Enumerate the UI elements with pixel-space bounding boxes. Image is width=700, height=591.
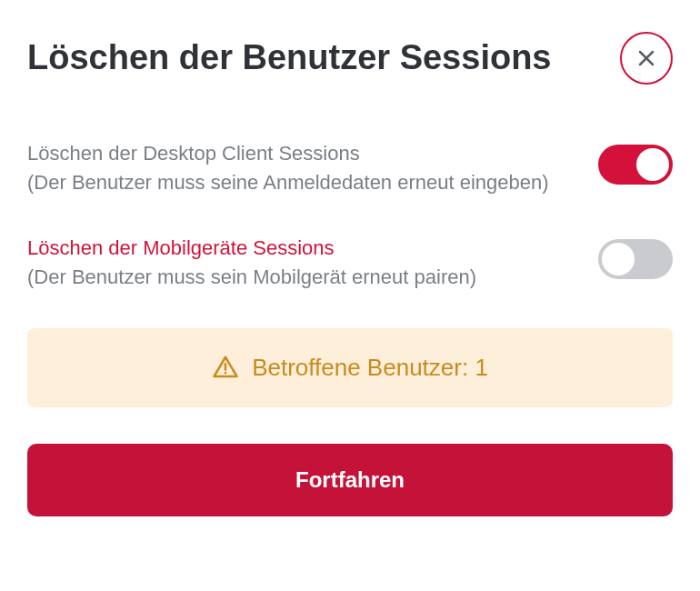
dialog-header: Löschen der Benutzer Sessions xyxy=(27,32,673,85)
warning-icon xyxy=(212,354,239,381)
option-label: Löschen der Mobilgeräte Sessions xyxy=(27,236,335,259)
affected-users-banner: Betroffene Benutzer: 1 xyxy=(27,328,673,407)
toggle-knob xyxy=(636,148,669,181)
continue-button[interactable]: Fortfahren xyxy=(27,444,673,516)
option-text: Löschen der Mobilgeräte Sessions (Der Be… xyxy=(27,234,580,292)
close-button[interactable] xyxy=(620,32,673,85)
option-desktop-sessions: Löschen der Desktop Client Sessions (Der… xyxy=(27,139,673,197)
close-icon xyxy=(635,47,657,69)
option-mobile-sessions: Löschen der Mobilgeräte Sessions (Der Be… xyxy=(27,234,673,292)
toggle-desktop-sessions[interactable] xyxy=(598,145,673,185)
affected-users-text: Betroffene Benutzer: 1 xyxy=(252,354,488,382)
toggle-mobile-sessions[interactable] xyxy=(598,239,673,279)
dialog-title: Löschen der Benutzer Sessions xyxy=(27,39,552,77)
option-description: (Der Benutzer muss seine Anmeldedaten er… xyxy=(27,171,549,194)
option-text: Löschen der Desktop Client Sessions (Der… xyxy=(27,139,580,197)
option-description: (Der Benutzer muss sein Mobilgerät erneu… xyxy=(27,265,476,288)
toggle-knob xyxy=(602,243,635,275)
option-label: Löschen der Desktop Client Sessions xyxy=(27,142,360,165)
